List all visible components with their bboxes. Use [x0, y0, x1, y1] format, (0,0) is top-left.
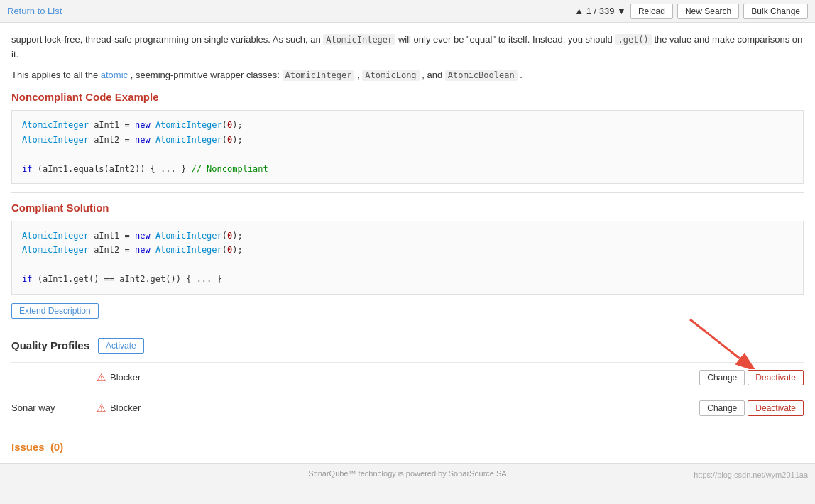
- top-bar-left: Return to List: [7, 6, 62, 16]
- profile-row-2: Sonar way ⚠ Blocker Change Deactivate: [11, 393, 804, 423]
- code-line-4: if (aInt1.equals(aInt2)) { ... } // Nonc…: [22, 162, 793, 176]
- section-divider-2: [11, 329, 804, 329]
- compliant-heading: Compliant Solution: [11, 202, 804, 214]
- profile-actions-2: Change Deactivate: [699, 400, 804, 416]
- code-line-2: AtomicInteger aInt2 = new AtomicInteger(…: [22, 133, 793, 147]
- atomic-link[interactable]: atomic: [101, 70, 128, 80]
- change-button-1[interactable]: Change: [699, 370, 745, 385]
- profile-name-2: Sonar way: [11, 402, 97, 413]
- code-line-1: AtomicInteger aInt1 = new AtomicInteger(…: [22, 118, 793, 132]
- nav-counter: ▲ 1 / 339 ▼: [574, 6, 626, 16]
- description-para2: This applies to all the atomic , seeming…: [11, 68, 804, 83]
- compliant-code-block: AtomicInteger aInt1 = new AtomicInteger(…: [11, 221, 804, 295]
- issues-section: Issues (0): [11, 432, 804, 453]
- compliant-line-4: if (aInt1.get() == aInt2.get()) { ... }: [22, 272, 793, 286]
- section-divider-1: [11, 192, 804, 193]
- quality-profiles-title: Quality Profiles: [11, 339, 89, 351]
- footer: SonarQube™ technology is powered by Sona…: [0, 463, 815, 483]
- compliant-line-1: AtomicInteger aInt1 = new AtomicInteger(…: [22, 229, 793, 243]
- deactivate-button-1[interactable]: Deactivate: [748, 370, 804, 385]
- extend-description-button[interactable]: Extend Description: [11, 303, 99, 319]
- description-para1: support lock-free, thread-safe programmi…: [11, 33, 804, 62]
- issues-title: Issues (0): [11, 441, 63, 453]
- blocker-icon-1: ⚠: [97, 371, 106, 384]
- profile-severity-1: ⚠ Blocker: [97, 371, 699, 384]
- severity-label-2: Blocker: [110, 402, 141, 413]
- top-bar: Return to List ▲ 1 / 339 ▼ Reload New Se…: [0, 0, 815, 23]
- code-atomicboolean: AtomicBoolean: [445, 70, 518, 81]
- return-to-list-link[interactable]: Return to List: [7, 6, 62, 16]
- extend-description-area: Extend Description: [11, 303, 804, 319]
- compliant-line-2: AtomicInteger aInt2 = new AtomicInteger(…: [22, 243, 793, 257]
- new-search-button[interactable]: New Search: [677, 4, 739, 19]
- quality-profiles-section: Quality Profiles Activate ⚠ Blocker Chan…: [11, 338, 804, 423]
- footer-url: https://blog.csdn.net/wym2011aa: [694, 471, 808, 479]
- code-atomicinteger-1: AtomicInteger: [323, 34, 395, 45]
- bulk-change-button[interactable]: Bulk Change: [743, 4, 808, 19]
- profile-severity-2: ⚠ Blocker: [97, 402, 699, 415]
- code-atomicinteger-2: AtomicInteger: [283, 70, 355, 81]
- profile-actions-1: Change Deactivate: [699, 370, 804, 385]
- footer-text: SonarQube™ technology is powered by Sona…: [308, 469, 506, 478]
- code-line-3: [22, 147, 793, 161]
- reload-button[interactable]: Reload: [630, 4, 673, 19]
- compliant-line-3: [22, 258, 793, 272]
- arrow-container: ⚠ Blocker Change Deactivate: [11, 362, 804, 423]
- quality-profiles-header: Quality Profiles Activate: [11, 338, 804, 354]
- severity-label-1: Blocker: [110, 372, 141, 383]
- code-atomiclong: AtomicLong: [362, 70, 419, 81]
- noncompliant-heading: Noncompliant Code Example: [11, 91, 804, 103]
- top-bar-right: ▲ 1 / 339 ▼ Reload New Search Bulk Chang…: [574, 4, 808, 19]
- code-getvalue: .get(): [615, 34, 651, 45]
- deactivate-button-2[interactable]: Deactivate: [748, 400, 804, 416]
- change-button-2[interactable]: Change: [699, 400, 745, 416]
- page-wrapper: Return to List ▲ 1 / 339 ▼ Reload New Se…: [0, 0, 815, 504]
- blocker-icon-2: ⚠: [97, 402, 106, 415]
- activate-button[interactable]: Activate: [98, 338, 144, 354]
- noncompliant-code-block: AtomicInteger aInt1 = new AtomicInteger(…: [11, 110, 804, 184]
- profile-row-1: ⚠ Blocker Change Deactivate: [11, 362, 804, 393]
- main-content: support lock-free, thread-safe programmi…: [0, 23, 815, 463]
